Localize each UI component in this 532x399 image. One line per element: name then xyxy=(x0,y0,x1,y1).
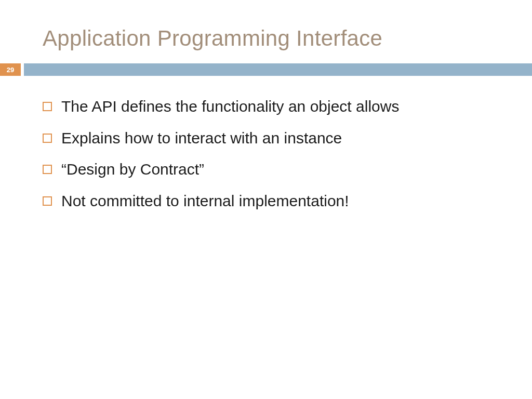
bullet-item: Not committed to internal implementation… xyxy=(43,189,485,214)
page-number-badge: 29 xyxy=(0,63,21,76)
slide-title: Application Programming Interface xyxy=(0,26,532,51)
blue-bar xyxy=(24,63,532,76)
bullet-item: Explains how to interact with an instanc… xyxy=(43,126,485,151)
bullet-list: The API defines the functionality an obj… xyxy=(43,95,485,213)
header-bar: 29 xyxy=(0,63,532,76)
slide-content: The API defines the functionality an obj… xyxy=(0,76,532,213)
bullet-item: The API defines the functionality an obj… xyxy=(43,95,485,119)
slide: Application Programming Interface 29 The… xyxy=(0,0,532,399)
bullet-item: “Design by Contract” xyxy=(43,157,485,182)
